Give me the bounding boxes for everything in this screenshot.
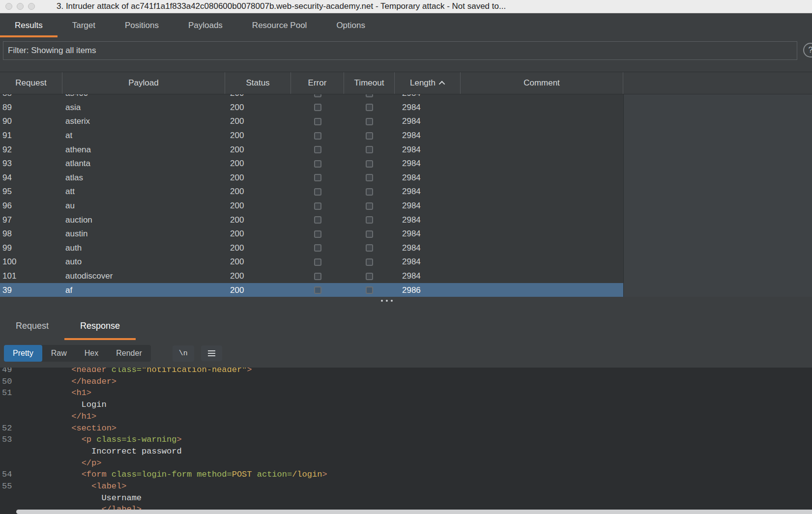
table-row[interactable]: 89asia2002984 [0,101,623,115]
table-row[interactable]: 39af2002986 [0,283,623,297]
timeout-checkbox[interactable] [366,273,373,280]
view-mode-raw[interactable]: Raw [42,345,76,362]
cell-payload: athena [62,145,225,155]
column-header-length[interactable]: Length [395,72,461,94]
error-checkbox[interactable] [314,146,321,153]
view-mode-render[interactable]: Render [107,345,150,362]
table-row[interactable]: 91at2002984 [0,129,623,143]
cell-error [291,202,344,210]
line-number: 49 [0,368,22,376]
table-row[interactable]: 88as4002002984 [0,94,623,101]
editor-menu-button[interactable] [201,345,222,361]
tab-target[interactable]: Target [58,13,110,37]
timeout-checkbox[interactable] [366,104,373,111]
cell-payload: asia [62,103,225,113]
help-icon[interactable]: ? [803,43,812,57]
cell-payload: autodiscover [62,271,225,281]
error-checkbox[interactable] [314,244,321,252]
timeout-checkbox[interactable] [366,230,373,238]
cell-payload: asterix [62,116,225,126]
timeout-checkbox[interactable] [366,244,373,252]
timeout-checkbox[interactable] [366,188,373,196]
table-row[interactable]: 99auth2002984 [0,241,623,256]
message-tab-request[interactable]: Request [0,312,64,340]
line-number [0,457,22,469]
horizontal-scrollbar-thumb[interactable] [16,510,812,514]
tab-options[interactable]: Options [321,13,380,37]
minimize-button[interactable] [17,3,24,10]
error-checkbox[interactable] [314,104,321,111]
table-row[interactable]: 101autodiscover2002984 [0,269,623,284]
cell-request: 101 [0,271,62,281]
column-header-request[interactable]: Request [0,72,62,94]
cell-timeout [344,160,395,168]
cell-request: 99 [0,243,62,253]
panel-splitter[interactable] [0,297,812,310]
table-row[interactable]: 96au2002984 [0,199,623,213]
zoom-button[interactable] [28,3,35,10]
cell-error [291,118,344,125]
cell-payload: att [62,187,225,197]
column-header-payload[interactable]: Payload [62,72,225,94]
filter-bar[interactable]: Filter: Showing all items [3,41,797,60]
results-table-body: 88as400200298489asia200298490asterix2002… [0,94,623,297]
timeout-checkbox[interactable] [366,146,373,153]
error-checkbox[interactable] [314,94,321,97]
timeout-checkbox[interactable] [366,202,373,210]
timeout-checkbox[interactable] [366,286,373,294]
message-tab-response[interactable]: Response [64,312,136,340]
cell-request: 95 [0,187,62,197]
table-row[interactable]: 92athena2002984 [0,143,623,157]
close-button[interactable] [5,3,12,10]
error-checkbox[interactable] [314,160,321,168]
table-row[interactable]: 90asterix2002984 [0,114,623,129]
column-header-filler [623,72,812,94]
cell-timeout [344,188,395,196]
timeout-checkbox[interactable] [366,118,373,125]
line-number [0,492,22,504]
error-checkbox[interactable] [314,216,321,224]
column-label: Request [15,78,46,88]
column-header-error[interactable]: Error [291,72,344,94]
timeout-checkbox[interactable] [366,132,373,140]
splitter-grip-icon[interactable] [381,300,393,302]
column-header-timeout[interactable]: Timeout [344,72,395,94]
cell-status: 200 [225,103,291,113]
error-checkbox[interactable] [314,258,321,266]
tab-resource-pool[interactable]: Resource Pool [237,13,322,37]
error-checkbox[interactable] [314,188,321,196]
view-mode-group: PrettyRawHexRender [4,345,151,362]
error-checkbox[interactable] [314,230,321,238]
tab-payloads[interactable]: Payloads [174,13,237,37]
tab-results[interactable]: Results [0,13,58,37]
tab-positions[interactable]: Positions [110,13,174,37]
table-row[interactable]: 95att2002984 [0,185,623,199]
error-checkbox[interactable] [314,132,321,140]
cell-length: 2984 [395,173,461,183]
escape-sequences-button[interactable]: \n [173,345,194,362]
column-header-comment[interactable]: Comment [461,72,623,94]
code-text: Login [22,399,107,411]
timeout-checkbox[interactable] [366,94,373,97]
table-row[interactable]: 100auto2002984 [0,255,623,269]
column-header-status[interactable]: Status [225,72,291,94]
error-checkbox[interactable] [314,202,321,210]
view-mode-hex[interactable]: Hex [76,345,107,362]
timeout-checkbox[interactable] [366,258,373,266]
table-row[interactable]: 97auction2002984 [0,213,623,227]
timeout-checkbox[interactable] [366,160,373,168]
cell-length: 2984 [395,243,461,253]
table-row[interactable]: 94atlas2002984 [0,171,623,185]
cell-error [291,244,344,252]
error-checkbox[interactable] [314,286,321,294]
view-mode-pretty[interactable]: Pretty [4,345,42,362]
timeout-checkbox[interactable] [366,174,373,181]
table-row[interactable]: 93atlanta2002984 [0,157,623,171]
error-checkbox[interactable] [314,273,321,280]
error-checkbox[interactable] [314,118,321,125]
error-checkbox[interactable] [314,174,321,181]
cell-payload: au [62,201,225,211]
cell-status: 200 [225,145,291,155]
table-row[interactable]: 98austin2002984 [0,227,623,241]
timeout-checkbox[interactable] [366,216,373,224]
